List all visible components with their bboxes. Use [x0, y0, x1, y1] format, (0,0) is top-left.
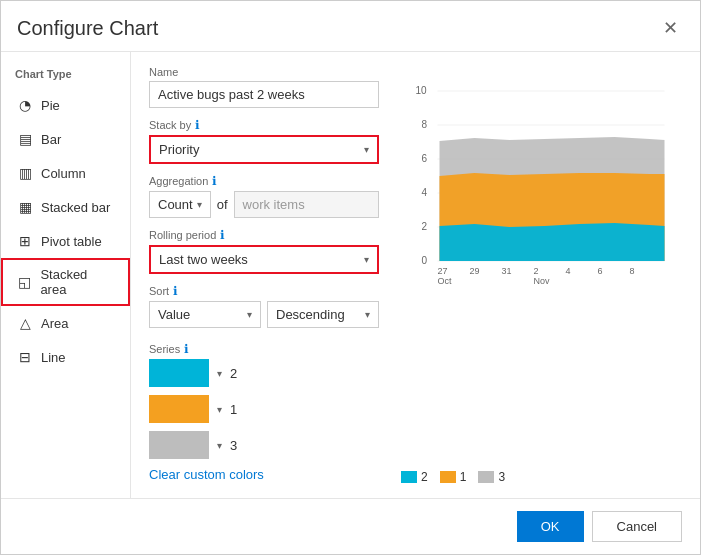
series-label: Series ℹ — [149, 342, 379, 356]
dialog-header: Configure Chart ✕ — [1, 1, 700, 52]
aggregation-label: Aggregation ℹ — [149, 174, 379, 188]
aggregation-of-text: of — [217, 197, 228, 212]
name-input[interactable] — [149, 81, 379, 108]
rolling-period-field-group: Rolling period ℹ Last two weeks ▾ — [149, 228, 379, 274]
series-item-0: ▾2 — [149, 359, 379, 387]
stack-by-select[interactable]: Priority ▾ — [149, 135, 379, 164]
area-chart-icon: △ — [17, 315, 33, 331]
series-color-swatch-1[interactable] — [149, 395, 209, 423]
sidebar-item-label-pie: Pie — [41, 98, 60, 113]
aggregation-info-icon[interactable]: ℹ — [212, 174, 217, 188]
sidebar-item-label-line: Line — [41, 350, 66, 365]
sidebar-item-column[interactable]: ▥Column — [1, 156, 130, 190]
line-chart-icon: ⊟ — [17, 349, 33, 365]
dialog-body: Chart Type ◔Pie▤Bar▥Column▦Stacked bar⊞P… — [1, 52, 700, 498]
svg-text:8: 8 — [422, 119, 428, 130]
series-swatch-chevron-icon-2: ▾ — [217, 440, 222, 451]
cancel-button[interactable]: Cancel — [592, 511, 682, 542]
series-label-2: 3 — [230, 438, 237, 453]
svg-text:4: 4 — [422, 187, 428, 198]
svg-text:6: 6 — [422, 153, 428, 164]
svg-text:0: 0 — [422, 255, 428, 266]
series-item-1: ▾1 — [149, 395, 379, 423]
series-info-icon[interactable]: ℹ — [184, 342, 189, 356]
legend-item-1: 1 — [440, 470, 467, 484]
chart-panel: 0 2 4 6 8 10 — [397, 66, 682, 484]
sort-info-icon[interactable]: ℹ — [173, 284, 178, 298]
sidebar-item-label-stacked-area: Stacked area — [40, 267, 114, 297]
sidebar-item-label-pivot-table: Pivot table — [41, 234, 102, 249]
column-chart-icon: ▥ — [17, 165, 33, 181]
stack-by-info-icon[interactable]: ℹ — [195, 118, 200, 132]
clear-custom-colors-link[interactable]: Clear custom colors — [149, 467, 264, 482]
legend-label-1: 1 — [460, 470, 467, 484]
name-field-group: Name — [149, 66, 379, 108]
name-label: Name — [149, 66, 379, 78]
configure-chart-dialog: Configure Chart ✕ Chart Type ◔Pie▤Bar▥Co… — [0, 0, 701, 555]
series-color-swatch-2[interactable] — [149, 431, 209, 459]
aggregation-field-group: Aggregation ℹ Count ▾ of work items — [149, 174, 379, 218]
chart-type-sidebar: Chart Type ◔Pie▤Bar▥Column▦Stacked bar⊞P… — [1, 52, 131, 498]
series-section: Series ℹ ▾2▾1▾3 Clear custom colors — [149, 342, 379, 482]
sidebar-item-label-column: Column — [41, 166, 86, 181]
sidebar-item-label-bar: Bar — [41, 132, 61, 147]
sort-direction-select[interactable]: Descending ▾ — [267, 301, 379, 328]
stack-by-chevron-icon: ▾ — [364, 144, 369, 155]
rolling-period-label: Rolling period ℹ — [149, 228, 379, 242]
sort-direction-chevron-icon: ▾ — [365, 309, 370, 320]
sidebar-item-pie[interactable]: ◔Pie — [1, 88, 130, 122]
svg-text:Nov: Nov — [534, 276, 551, 286]
legend-swatch-3 — [478, 471, 494, 483]
stacked-bar-chart-icon: ▦ — [17, 199, 33, 215]
dialog-title: Configure Chart — [17, 17, 158, 40]
chart-svg: 0 2 4 6 8 10 — [397, 66, 682, 286]
series-color-swatch-0[interactable] — [149, 359, 209, 387]
stack-by-label: Stack by ℹ — [149, 118, 379, 132]
aggregation-select[interactable]: Count ▾ — [149, 191, 211, 218]
sort-row: Value ▾ Descending ▾ — [149, 301, 379, 328]
legend-label-2: 2 — [421, 470, 428, 484]
svg-text:4: 4 — [566, 266, 571, 276]
svg-text:31: 31 — [502, 266, 512, 276]
close-button[interactable]: ✕ — [657, 15, 684, 41]
rolling-period-info-icon[interactable]: ℹ — [220, 228, 225, 242]
dialog-footer: OK Cancel — [1, 498, 700, 554]
sort-label: Sort ℹ — [149, 284, 379, 298]
aggregation-row: Count ▾ of work items — [149, 191, 379, 218]
chart-area: 0 2 4 6 8 10 — [397, 66, 682, 462]
svg-text:10: 10 — [416, 85, 428, 96]
series-item-2: ▾3 — [149, 431, 379, 459]
sidebar-item-bar[interactable]: ▤Bar — [1, 122, 130, 156]
stacked-area-chart-icon: ◱ — [17, 274, 32, 290]
svg-text:6: 6 — [598, 266, 603, 276]
sort-field-group: Sort ℹ Value ▾ Descending ▾ — [149, 284, 379, 328]
chart-legend: 2 1 3 — [397, 470, 682, 484]
sort-value-chevron-icon: ▾ — [247, 309, 252, 320]
bar-chart-icon: ▤ — [17, 131, 33, 147]
legend-item-2: 2 — [401, 470, 428, 484]
sidebar-item-area[interactable]: △Area — [1, 306, 130, 340]
series-label-1: 1 — [230, 402, 237, 417]
sidebar-section-label: Chart Type — [1, 64, 130, 88]
legend-swatch-2 — [401, 471, 417, 483]
ok-button[interactable]: OK — [517, 511, 584, 542]
pivot-table-chart-icon: ⊞ — [17, 233, 33, 249]
svg-text:2: 2 — [422, 221, 428, 232]
rolling-period-chevron-icon: ▾ — [364, 254, 369, 265]
series-swatch-chevron-icon-0: ▾ — [217, 368, 222, 379]
sidebar-item-stacked-bar[interactable]: ▦Stacked bar — [1, 190, 130, 224]
aggregation-chevron-icon: ▾ — [197, 199, 202, 210]
svg-text:27: 27 — [438, 266, 448, 276]
main-content: Name Stack by ℹ Priority ▾ Aggregati — [131, 52, 700, 498]
svg-text:8: 8 — [630, 266, 635, 276]
svg-text:Oct: Oct — [438, 276, 453, 286]
sidebar-item-line[interactable]: ⊟Line — [1, 340, 130, 374]
rolling-period-select[interactable]: Last two weeks ▾ — [149, 245, 379, 274]
pie-chart-icon: ◔ — [17, 97, 33, 113]
form-panel: Name Stack by ℹ Priority ▾ Aggregati — [149, 66, 379, 484]
sidebar-item-pivot-table[interactable]: ⊞Pivot table — [1, 224, 130, 258]
series-swatch-chevron-icon-1: ▾ — [217, 404, 222, 415]
legend-swatch-1 — [440, 471, 456, 483]
sidebar-item-stacked-area[interactable]: ◱Stacked area — [1, 258, 130, 306]
sort-value-select[interactable]: Value ▾ — [149, 301, 261, 328]
